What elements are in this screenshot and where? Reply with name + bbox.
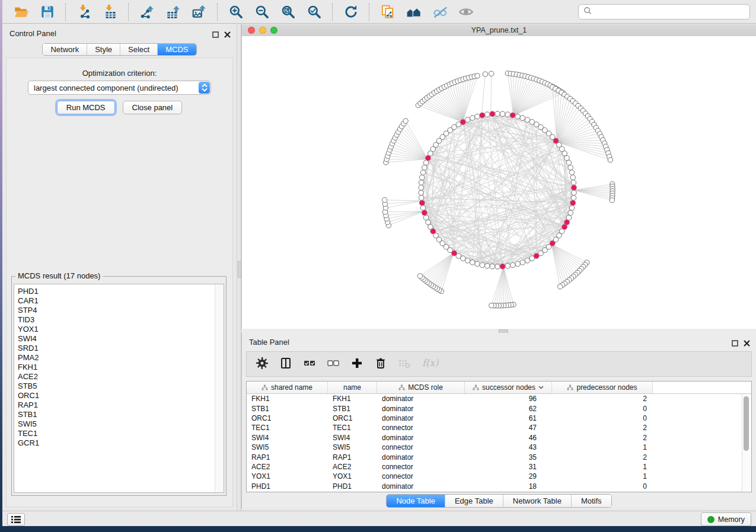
first-neighbors-button[interactable] bbox=[405, 3, 423, 21]
import-network-button[interactable] bbox=[75, 3, 93, 21]
mcds-result-item[interactable]: STB5 bbox=[18, 382, 220, 391]
mcds-result-item[interactable]: YOX1 bbox=[18, 325, 220, 334]
cell-shared-name: TEC1 bbox=[247, 424, 328, 432]
column-layout-button[interactable] bbox=[279, 357, 293, 371]
tab-mcds[interactable]: MCDS bbox=[157, 44, 196, 55]
tab-network-table[interactable]: Network Table bbox=[503, 495, 571, 507]
import-table-button[interactable] bbox=[101, 3, 119, 21]
mcds-result-item[interactable]: CAR1 bbox=[18, 296, 220, 306]
mcds-result-item[interactable]: PHD1 bbox=[18, 287, 220, 296]
toolbar-separator bbox=[65, 3, 66, 21]
cell-successor-nodes: 18 bbox=[465, 482, 552, 491]
refresh-button[interactable] bbox=[342, 3, 360, 21]
mcds-result-list[interactable]: PHD1CAR1STP4TID3YOX1SWI4SRD1PMA2FKH1ACE2… bbox=[14, 284, 224, 493]
export-network-button[interactable] bbox=[138, 3, 156, 21]
table-row[interactable]: TEC1TEC1connector472 bbox=[247, 423, 751, 432]
tab-node-table[interactable]: Node Table bbox=[387, 495, 445, 507]
export-table-icon bbox=[165, 4, 181, 20]
mcds-result-item[interactable]: STB1 bbox=[18, 410, 220, 419]
column-header-shared-name[interactable]: shared name bbox=[247, 382, 328, 393]
float-panel-icon[interactable] bbox=[212, 30, 219, 40]
cell-name: RAP1 bbox=[328, 453, 377, 462]
table-row[interactable]: SWI5SWI5connector431 bbox=[247, 443, 751, 452]
run-mcds-button[interactable]: Run MCDS bbox=[57, 101, 115, 114]
mcds-result-item[interactable]: ORC1 bbox=[18, 391, 220, 400]
column-header-predecessor-nodes[interactable]: predecessor nodes bbox=[552, 382, 653, 393]
zoom-window-icon[interactable] bbox=[270, 27, 277, 34]
hide-selected-button[interactable] bbox=[431, 3, 449, 21]
tab-network[interactable]: Network bbox=[43, 44, 87, 55]
table-row[interactable]: YOX1YOX1connector291 bbox=[247, 472, 751, 481]
vertical-splitter[interactable] bbox=[237, 24, 241, 511]
tab-select[interactable]: Select bbox=[120, 44, 157, 55]
select-all-button[interactable] bbox=[302, 357, 317, 371]
mcds-result-item[interactable]: TEC1 bbox=[18, 429, 220, 438]
close-panel-icon[interactable] bbox=[224, 30, 231, 40]
mcds-list-scrollbar[interactable] bbox=[215, 284, 224, 492]
mcds-result-item[interactable]: SWI5 bbox=[18, 419, 220, 429]
zoom-fit-icon bbox=[280, 4, 296, 20]
export-table-button[interactable] bbox=[164, 3, 182, 21]
table-row[interactable]: ORC1ORC1dominator610 bbox=[247, 414, 751, 423]
zoom-selected-button[interactable] bbox=[305, 3, 323, 21]
table-row[interactable]: RAP1RAP1dominator352 bbox=[247, 452, 751, 462]
export-image-button[interactable] bbox=[190, 3, 208, 21]
cell-successor-nodes: 29 bbox=[465, 472, 552, 480]
delete-columns-icon bbox=[374, 357, 387, 371]
float-panel-icon[interactable] bbox=[732, 338, 738, 349]
mcds-result-item[interactable]: RAP1 bbox=[18, 400, 220, 410]
network-from-selection-button[interactable] bbox=[379, 3, 397, 21]
column-header-name[interactable]: name bbox=[328, 382, 377, 393]
show-all-button[interactable] bbox=[457, 3, 475, 21]
mcds-result-item[interactable]: PMA2 bbox=[18, 353, 220, 363]
mcds-result-item[interactable]: SRD1 bbox=[18, 344, 220, 353]
delete-table-button bbox=[397, 357, 412, 371]
open-file-button[interactable] bbox=[12, 3, 30, 21]
column-label: shared name bbox=[271, 383, 312, 392]
network-graph[interactable] bbox=[242, 36, 756, 329]
cell-shared-name: YOX1 bbox=[247, 472, 328, 480]
deselect-all-button[interactable] bbox=[326, 357, 340, 371]
memory-button[interactable]: Memory bbox=[701, 512, 751, 526]
search-box[interactable] bbox=[578, 4, 750, 20]
table-row[interactable]: STB1STB1dominator620 bbox=[247, 403, 751, 413]
close-panel-button[interactable]: Close panel bbox=[123, 101, 183, 114]
mcds-result-item[interactable]: SWI4 bbox=[18, 334, 220, 344]
column-header-MCDS-role[interactable]: MCDS role bbox=[377, 382, 465, 393]
zoom-out-button[interactable] bbox=[253, 3, 271, 21]
search-input[interactable] bbox=[595, 7, 745, 17]
criterion-select[interactable]: largest connected component (undirected) bbox=[28, 81, 211, 95]
settings-gear-button[interactable] bbox=[255, 357, 269, 371]
network-canvas[interactable] bbox=[242, 36, 756, 329]
cell-predecessor-nodes: 2 bbox=[552, 453, 653, 462]
minimize-window-icon[interactable] bbox=[259, 27, 266, 34]
table-panel-header: Table Panel bbox=[242, 333, 756, 351]
scrollbar-thumb[interactable] bbox=[744, 396, 749, 451]
horizontal-splitter[interactable] bbox=[241, 329, 756, 333]
mcds-result-item[interactable]: TID3 bbox=[18, 315, 220, 325]
mcds-result-item[interactable]: STP4 bbox=[18, 306, 220, 315]
mcds-result-item[interactable]: ACE2 bbox=[18, 372, 220, 382]
close-window-icon[interactable] bbox=[248, 27, 255, 34]
tab-style[interactable]: Style bbox=[87, 44, 120, 55]
cell-successor-nodes: 47 bbox=[465, 424, 552, 432]
column-header-successor-nodes[interactable]: successor nodes bbox=[465, 382, 552, 393]
add-column-button[interactable] bbox=[350, 357, 364, 371]
save-session-button[interactable] bbox=[39, 3, 56, 21]
table-row[interactable]: PHD1PHD1dominator180 bbox=[247, 482, 751, 491]
table-row[interactable]: FKH1FKH1dominator962 bbox=[247, 394, 751, 403]
cell-successor-nodes: 31 bbox=[465, 463, 552, 471]
mcds-result-item[interactable]: FKH1 bbox=[18, 363, 220, 372]
table-row[interactable]: ACE2ACE2connector311 bbox=[247, 462, 751, 472]
zoom-in-button[interactable] bbox=[227, 3, 245, 21]
delete-columns-button[interactable] bbox=[374, 357, 388, 371]
close-panel-icon[interactable] bbox=[744, 338, 750, 349]
cell-shared-name: ACE2 bbox=[247, 463, 328, 471]
task-history-button[interactable] bbox=[7, 513, 25, 526]
zoom-fit-button[interactable] bbox=[279, 3, 297, 21]
table-scrollbar[interactable] bbox=[742, 394, 751, 491]
tab-edge-table[interactable]: Edge Table bbox=[445, 495, 503, 507]
tab-motifs[interactable]: Motifs bbox=[571, 495, 611, 507]
table-row[interactable]: SWI4SWI4dominator462 bbox=[247, 433, 751, 443]
mcds-result-item[interactable]: GCR1 bbox=[18, 438, 220, 448]
